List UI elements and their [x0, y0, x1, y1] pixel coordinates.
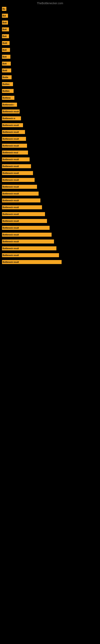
bar-row: Bottleneck result: [2, 191, 98, 196]
bar: Bottleneck result: [2, 253, 59, 257]
bar-row: Bottleneck result: [2, 246, 98, 251]
bar: Bottleneck result: [2, 233, 51, 237]
bar-text: Bo: [2, 8, 5, 10]
bar-text: Bottleneck result: [2, 131, 19, 133]
bar-row: Bottleneck result: [2, 218, 98, 224]
bar-text: Bottleneck result: [2, 110, 19, 113]
bar: Bottleneck result: [2, 240, 54, 244]
bar-row: Bott: [2, 47, 98, 53]
bar-row: Bottleneck result: [2, 109, 98, 114]
bar-text: Bottleneck result: [2, 124, 19, 126]
bar-row: Bott: [2, 54, 98, 60]
bar-row: Bott: [2, 34, 98, 39]
bar-text: Bottleneck result: [2, 213, 19, 215]
bar: Bottlen: [2, 82, 13, 86]
bar: Bottleneck result: [2, 198, 40, 202]
bar-row: Bottleneck result: [2, 225, 98, 231]
bar-row: Bottleneck result: [2, 232, 98, 238]
bar-text: Bottleneck r: [2, 104, 14, 106]
bar-row: Bottle: [2, 74, 98, 80]
bar-text: Bottl: [2, 70, 7, 72]
bar: Bottleneck result: [2, 164, 31, 168]
bar: Bottleneck result: [2, 219, 47, 223]
bar-row: Bottleneck r: [2, 102, 98, 108]
bar-row: Bottleneck result: [2, 177, 98, 183]
bar-text: Bottleneck result: [2, 254, 19, 256]
bar-text: Bott: [2, 28, 7, 30]
bar-row: Bottleneck re: [2, 116, 98, 121]
bar: Bottl: [2, 41, 10, 45]
bar-row: Bottleneck result: [2, 129, 98, 135]
bar-text: Bottleneck result: [2, 179, 19, 181]
bar: Bott: [2, 48, 10, 52]
bar-text: Bot: [2, 15, 6, 17]
bar-row: Bottleneck result: [2, 136, 98, 142]
bar-text: Bottleneck result: [2, 165, 19, 168]
bar-text: Bottlene: [2, 97, 11, 99]
bar-text: Bottleneck result: [2, 186, 19, 188]
bar: Bottleneck result: [2, 246, 56, 250]
bar-row: Bott: [2, 61, 98, 66]
bar: Bottleneck result: [2, 137, 26, 141]
bar: Bottleneck resul: [2, 150, 28, 154]
bar: Bott: [2, 55, 10, 59]
bar: Bot: [2, 14, 8, 18]
bar: Bottleneck result: [2, 205, 42, 209]
bars-container: BoBotBottBottBottBottlBottBottBottBottlB…: [0, 6, 100, 266]
bar-text: Bott: [2, 56, 7, 58]
bar: Bottleneck result: [2, 130, 25, 134]
bar-text: Bott: [2, 35, 7, 38]
bar-row: Bottleneck result: [2, 204, 98, 210]
bar: Bottleneck r: [2, 103, 17, 107]
bar: Bott: [2, 34, 9, 38]
bar: Bottleneck re: [2, 116, 21, 120]
bar-row: Bottlen: [2, 88, 98, 94]
bar-row: Bottlene: [2, 95, 98, 100]
bar-text: Bott: [2, 62, 7, 65]
bar-text: Bottleneck result: [2, 240, 19, 243]
bar: Bo: [2, 7, 6, 11]
bar-row: Bottleneck result: [2, 211, 98, 217]
bar: Bott: [2, 20, 8, 24]
bar-row: Bottleneck result: [2, 170, 98, 176]
bar-text: Bottle: [2, 76, 8, 78]
bar-text: Bottlen: [2, 90, 9, 92]
bar-row: Bott: [2, 20, 98, 25]
bar-text: Bottleneck result: [2, 261, 19, 263]
bar-text: Bott: [2, 49, 7, 51]
bar-text: Bottleneck result: [2, 220, 19, 222]
bar-row: Bottleneck result: [2, 143, 98, 148]
bar-text: Bottleneck result: [2, 247, 19, 250]
bar-row: Bott: [2, 26, 98, 32]
bar-text: Bottl: [2, 42, 7, 44]
bar-text: Bottleneck resul: [2, 152, 18, 154]
bar-text: Bottleneck result: [2, 138, 19, 140]
bar: Bottleneck result: [2, 260, 62, 264]
bar: Bott: [2, 27, 9, 32]
bar-row: Bottleneck result: [2, 198, 98, 203]
bar: Bottleneck result: [2, 171, 33, 175]
bar: Bottle: [2, 75, 12, 79]
bar: Bottleneck result: [2, 144, 27, 148]
bar: Bottleneck result: [2, 110, 20, 114]
bar-row: Bottleneck result: [2, 259, 98, 265]
bar-row: Bottleneck result: [2, 122, 98, 128]
bar-row: Bottleneck result: [2, 164, 98, 169]
bar-text: Bottleneck re: [2, 117, 15, 120]
bar-text: Bottleneck result: [2, 158, 19, 160]
bar-text: Bottlen: [2, 83, 9, 85]
bar-text: Bottleneck result: [2, 227, 19, 229]
bar-text: Bott: [2, 22, 7, 24]
bar-text: Bottleneck result: [2, 145, 19, 147]
bar: Bottleneck result: [2, 226, 50, 230]
bar-row: Bottleneck resul: [2, 150, 98, 155]
bar-text: Bottleneck result: [2, 200, 19, 202]
bar: Bottlen: [2, 89, 14, 93]
bar-text: Bottleneck result: [2, 206, 19, 208]
bar: Bott: [2, 62, 11, 66]
bar: Bottleneck result: [2, 158, 30, 162]
bar-row: Bottlen: [2, 81, 98, 87]
bar-text: Bottleneck result: [2, 192, 19, 195]
bar-row: Bottl: [2, 68, 98, 73]
bar: Bottleneck result: [2, 212, 45, 216]
